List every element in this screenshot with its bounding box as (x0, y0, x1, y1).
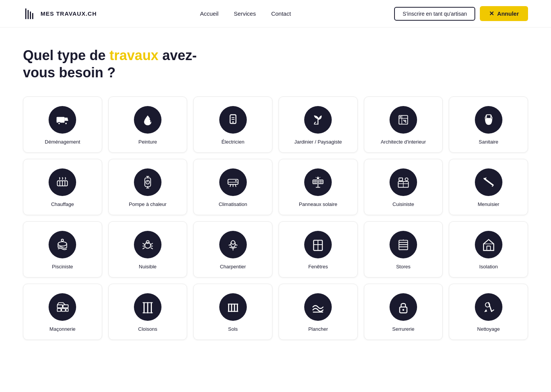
service-icon-plancher (304, 293, 332, 321)
service-card-cuisiniste[interactable]: Cuisiniste (364, 159, 443, 215)
service-label-maconnerie: Maçonnerie (49, 326, 75, 333)
svg-rect-1 (28, 10, 29, 19)
service-card-nuisible[interactable]: Nuisible (108, 221, 187, 278)
service-icon-charpentier (219, 231, 247, 258)
service-label-jardinier: Jardinier / Paysagiste (294, 139, 342, 145)
service-icon-fenetres (304, 231, 332, 258)
service-label-climatisation: Climatisation (218, 201, 247, 208)
service-label-chauffage: Chauffage (51, 201, 74, 208)
service-label-panneaux: Panneaux solaire (299, 201, 337, 208)
service-label-cloisons: Cloisons (138, 326, 157, 333)
title-highlight: travaux (109, 47, 158, 63)
nav-accueil[interactable]: Accueil (200, 10, 218, 17)
cancel-label: Annuler (497, 10, 519, 17)
service-icon-panneaux (304, 168, 332, 196)
nav-services[interactable]: Services (234, 10, 256, 17)
page-title: Quel type de travaux avez-vous besoin ? (23, 47, 214, 81)
service-card-plancher[interactable]: Plancher (279, 284, 358, 340)
header-actions: S'inscrire en tant qu'artisan ✕ Annuler (394, 6, 528, 21)
service-card-sanitaire[interactable]: Sanitaire (449, 96, 528, 153)
service-card-nettoyage[interactable]: Nettoyage (449, 284, 528, 340)
service-label-nettoyage: Nettoyage (477, 326, 500, 333)
service-label-architecte: Architecte d'interieur (381, 139, 426, 145)
title-part1: Quel type de (23, 47, 109, 63)
service-label-peinture: Peinture (139, 139, 157, 145)
service-icon-nettoyage (475, 293, 502, 321)
service-icon-cuisiniste (390, 168, 417, 196)
service-card-maconnerie[interactable]: Maçonnerie (23, 284, 102, 340)
service-icon-isolation (475, 231, 502, 258)
service-icon-jardinier (304, 106, 332, 134)
service-card-peinture[interactable]: Peinture (108, 96, 187, 153)
cancel-x-icon: ✕ (489, 10, 494, 17)
service-icon-cloisons (134, 293, 161, 321)
service-card-fenetres[interactable]: Fenêtres (279, 221, 358, 278)
service-label-plancher: Plancher (308, 326, 328, 333)
register-button[interactable]: S'inscrire en tant qu'artisan (394, 7, 475, 21)
service-card-demenagement[interactable]: Déménagement (23, 96, 102, 153)
service-label-electricien: Électricien (222, 139, 245, 145)
service-label-isolation: Isolation (479, 264, 497, 270)
svg-rect-2 (30, 11, 31, 19)
service-label-menuisier: Menuisier (478, 201, 499, 208)
service-icon-chauffage (49, 168, 76, 196)
service-label-cuisiniste: Cuisiniste (393, 201, 414, 208)
service-label-charpentier: Charpentier (220, 264, 246, 270)
service-label-fenetres: Fenêtres (308, 264, 328, 270)
service-card-serrurerie[interactable]: Serrurerie (364, 284, 443, 340)
service-card-architecte[interactable]: Architecte d'interieur (364, 96, 443, 153)
service-icon-pompe (134, 168, 161, 196)
service-card-pisciniste[interactable]: Pisciniste (23, 221, 102, 278)
header: MES TRAVAUX.CH Accueil Services Contact … (0, 0, 551, 28)
service-card-stores[interactable]: Stores (364, 221, 443, 278)
service-icon-sols (219, 293, 247, 321)
services-grid: DéménagementPeintureÉlectricienJardinier… (23, 96, 528, 340)
svg-rect-0 (25, 8, 26, 19)
service-card-chauffage[interactable]: Chauffage (23, 159, 102, 215)
service-icon-stores (390, 231, 417, 258)
service-icon-sanitaire (475, 106, 502, 134)
service-card-cloisons[interactable]: Cloisons (108, 284, 187, 340)
service-label-nuisible: Nuisible (139, 264, 156, 270)
service-label-sanitaire: Sanitaire (479, 139, 498, 145)
svg-rect-3 (32, 13, 33, 19)
service-label-serrurerie: Serrurerie (392, 326, 414, 333)
logo[interactable]: MES TRAVAUX.CH (23, 7, 97, 21)
service-label-pompe: Pompe à chaleur (129, 201, 166, 208)
service-icon-peinture (134, 106, 161, 134)
service-label-stores: Stores (396, 264, 411, 270)
cancel-button[interactable]: ✕ Annuler (480, 6, 528, 21)
service-icon-demenagement (49, 106, 76, 134)
service-card-isolation[interactable]: Isolation (449, 221, 528, 278)
service-icon-pisciniste (49, 231, 76, 258)
service-card-pompe[interactable]: Pompe à chaleur (108, 159, 187, 215)
service-card-charpentier[interactable]: Charpentier (193, 221, 272, 278)
service-icon-serrurerie (390, 293, 417, 321)
service-card-menuisier[interactable]: Menuisier (449, 159, 528, 215)
service-icon-climatisation (219, 168, 247, 196)
service-label-sols: Sols (228, 326, 238, 333)
service-card-jardinier[interactable]: Jardinier / Paysagiste (279, 96, 358, 153)
service-label-demenagement: Déménagement (45, 139, 80, 145)
service-card-sols[interactable]: Sols (193, 284, 272, 340)
service-icon-menuisier (475, 168, 502, 196)
service-icon-nuisible (134, 231, 161, 258)
main-nav: Accueil Services Contact (200, 10, 291, 17)
service-label-pisciniste: Pisciniste (52, 264, 73, 270)
main-content: Quel type de travaux avez-vous besoin ? … (0, 28, 551, 363)
service-icon-electricien (219, 106, 247, 134)
service-card-electricien[interactable]: Électricien (193, 96, 272, 153)
service-card-panneaux[interactable]: Panneaux solaire (279, 159, 358, 215)
logo-text: MES TRAVAUX.CH (41, 10, 97, 17)
service-icon-maconnerie (49, 293, 76, 321)
service-icon-architecte (390, 106, 417, 134)
service-card-climatisation[interactable]: Climatisation (193, 159, 272, 215)
nav-contact[interactable]: Contact (271, 10, 291, 17)
